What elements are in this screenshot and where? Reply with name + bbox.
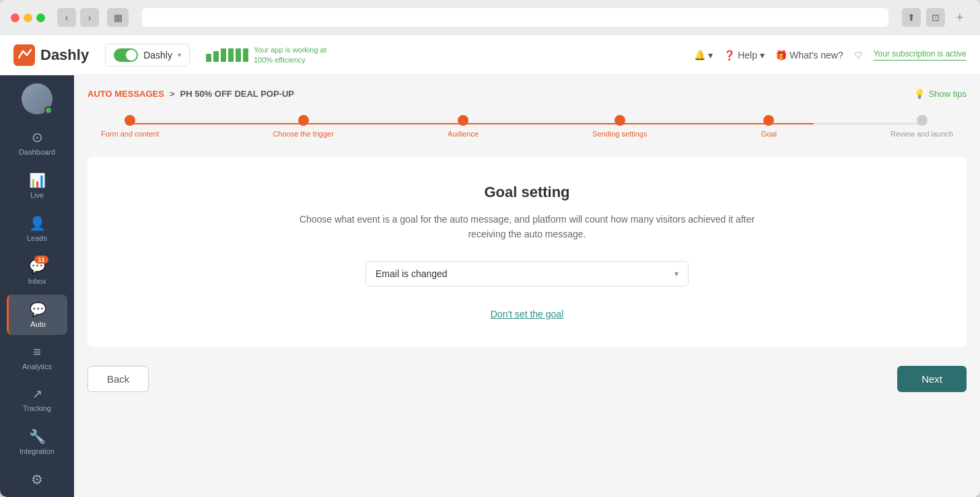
new-tab-button[interactable]: + — [950, 8, 969, 27]
next-button[interactable]: Next — [897, 366, 967, 392]
main-content: AUTO MESSAGES > PH 50% OFF DEAL POP-UP 💡… — [74, 75, 980, 497]
step-label-1: Form and content — [101, 130, 159, 138]
breadcrumb: AUTO MESSAGES > PH 50% OFF DEAL POP-UP — [88, 89, 294, 99]
resize-button[interactable]: ⊡ — [926, 8, 945, 27]
efficiency-text: Your app is working at 100% efficiency — [254, 45, 326, 65]
step-trigger[interactable]: Choose the trigger — [273, 115, 334, 138]
notifications-caret-icon: ▾ — [708, 50, 713, 61]
sidebar-item-tracking[interactable]: ↗ Tracking — [7, 380, 67, 419]
sidebar-item-live[interactable]: 📊 Live — [7, 165, 67, 206]
help-caret-icon: ▾ — [760, 50, 765, 61]
bottom-actions: Back Next — [88, 366, 967, 392]
show-tips-button[interactable]: 💡 Show tips — [914, 89, 967, 99]
step-audience[interactable]: Audience — [448, 115, 479, 138]
avatar-wrap — [22, 83, 53, 114]
logo-area: Dashly — [13, 44, 89, 66]
bell-icon: 🔔 — [694, 50, 705, 61]
whats-new-button[interactable]: 🎁 What's new? — [775, 50, 843, 61]
help-button[interactable]: ❓ Help ▾ — [724, 50, 765, 61]
inbox-badge: 11 — [34, 256, 48, 264]
goal-dropdown-value: Email is changed — [376, 268, 448, 279]
maximize-button[interactable] — [36, 13, 45, 22]
inbox-badge-wrap: 💬 11 — [29, 258, 46, 274]
lightbulb-icon: 💡 — [914, 89, 925, 99]
step-label-3: Audience — [448, 130, 479, 138]
battery-bar-4 — [228, 48, 234, 62]
stepper: Form and content Choose the trigger Audi… — [88, 115, 967, 138]
step-dot-3 — [458, 115, 468, 126]
settings-icon: ⚙ — [31, 471, 43, 488]
battery-bar-5 — [236, 48, 241, 62]
sidebar-item-integration[interactable]: 🔧 Integration — [7, 422, 67, 462]
dont-set-goal-link[interactable]: Don't set the goal — [491, 309, 564, 319]
sidebar-item-inbox[interactable]: 💬 11 Inbox — [7, 252, 67, 292]
online-indicator — [44, 106, 53, 114]
goal-dropdown-wrap: Email is changed ▾ — [365, 261, 689, 286]
step-label-5: Goal — [761, 130, 777, 138]
sidebar-item-auto[interactable]: 💬 Auto — [7, 295, 67, 335]
logo-text: Dashly — [40, 46, 89, 64]
sidebar: ⊙ Dashboard 📊 Live 👤 Leads 💬 11 Inbox — [0, 75, 74, 497]
step-dot-2 — [298, 115, 309, 126]
back-nav-button[interactable]: ‹ — [57, 8, 76, 27]
tab-grid-button[interactable]: ▦ — [107, 8, 129, 27]
step-goal[interactable]: Goal — [761, 115, 777, 138]
sidebar-item-analytics[interactable]: ≡ Analytics — [7, 338, 67, 377]
address-bar[interactable] — [142, 8, 888, 27]
breadcrumb-current: PH 50% OFF DEAL POP-UP — [180, 89, 294, 99]
battery-bar-1 — [206, 54, 211, 62]
heart-icon: ♡ — [854, 50, 863, 61]
goal-dropdown[interactable]: Email is changed ▾ — [365, 261, 689, 286]
title-bar: ‹ › ▦ ⬆ ⊡ + — [0, 0, 980, 35]
battery-bar-6 — [243, 48, 248, 62]
help-icon: ❓ — [724, 50, 735, 61]
breadcrumb-bar: AUTO MESSAGES > PH 50% OFF DEAL POP-UP 💡… — [88, 89, 967, 99]
battery-bars — [206, 48, 248, 62]
analytics-icon: ≡ — [33, 344, 41, 360]
dropdown-caret-icon: ▾ — [674, 269, 678, 278]
card-title: Goal setting — [114, 184, 940, 201]
workspace-selector[interactable]: Dashly ▾ — [105, 44, 190, 67]
leads-icon: 👤 — [29, 215, 46, 231]
battery-bar-2 — [213, 51, 219, 62]
gift-icon: 🎁 — [775, 50, 787, 61]
close-button[interactable] — [11, 13, 20, 22]
step-form-content[interactable]: Form and content — [101, 115, 159, 138]
step-sending[interactable]: Sending settings — [592, 115, 647, 138]
goal-setting-card: Goal setting Choose what event is a goal… — [88, 157, 967, 347]
sidebar-item-dashboard[interactable]: ⊙ Dashboard — [7, 122, 67, 163]
step-dot-6 — [917, 115, 928, 126]
efficiency-area: Your app is working at 100% efficiency — [206, 45, 326, 65]
dashly-logo-icon — [13, 44, 35, 66]
sidebar-item-leads[interactable]: 👤 Leads — [7, 208, 67, 249]
dashboard-icon: ⊙ — [32, 129, 43, 145]
workspace-name: Dashly — [143, 50, 172, 61]
battery-bar-3 — [221, 48, 226, 62]
integration-icon: 🔧 — [29, 428, 46, 445]
step-dot-5 — [763, 115, 774, 126]
step-review[interactable]: Review and launch — [890, 115, 953, 138]
top-navbar: Dashly Dashly ▾ Your app is working at — [0, 35, 980, 75]
workspace-caret-icon: ▾ — [178, 51, 181, 59]
favorites-button[interactable]: ♡ — [854, 50, 863, 61]
workspace-toggle[interactable] — [114, 48, 138, 62]
share-button[interactable]: ⬆ — [902, 8, 921, 27]
live-icon: 📊 — [29, 172, 46, 188]
back-button[interactable]: Back — [88, 366, 149, 392]
auto-icon: 💬 — [30, 301, 46, 317]
step-label-4: Sending settings — [592, 130, 647, 138]
subscription-status: Your subscription is active — [874, 49, 967, 61]
step-dot-4 — [615, 115, 625, 126]
step-label-2: Choose the trigger — [273, 130, 334, 138]
forward-nav-button[interactable]: › — [80, 8, 99, 27]
breadcrumb-link[interactable]: AUTO MESSAGES — [88, 89, 164, 99]
step-label-6: Review and launch — [890, 130, 953, 138]
dont-set-goal-area: Don't set the goal — [114, 308, 940, 320]
notifications-button[interactable]: 🔔 ▾ — [694, 50, 713, 61]
traffic-lights — [11, 13, 45, 22]
svg-rect-0 — [13, 44, 35, 66]
card-description: Choose what event is a goal for the auto… — [291, 212, 763, 242]
sidebar-item-settings[interactable]: ⚙ — [7, 465, 67, 494]
minimize-button[interactable] — [24, 13, 32, 22]
tracking-icon: ↗ — [32, 387, 42, 402]
